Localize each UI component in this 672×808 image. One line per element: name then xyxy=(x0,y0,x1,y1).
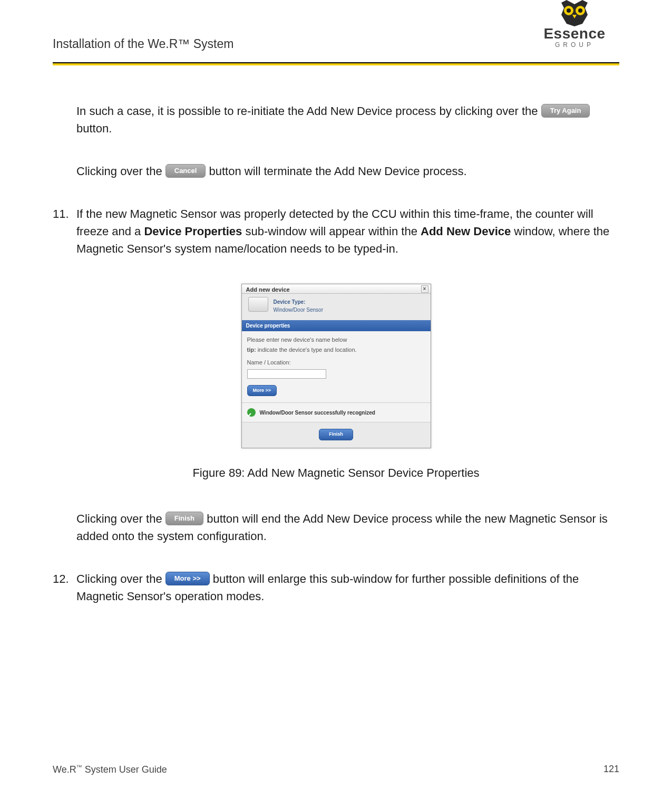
figure-89: Add new device × Device Type: Window/Doo… xyxy=(53,284,619,448)
device-type-value: Window/Door Sensor xyxy=(274,306,425,314)
tip-text: indicate the device's type and location. xyxy=(256,347,357,353)
dialog-body: Please enter new device's name below tip… xyxy=(242,331,431,402)
footer-doc: System User Guide xyxy=(82,764,167,775)
tip-row: tip: indicate the device's type and loca… xyxy=(247,345,425,354)
svg-point-2 xyxy=(567,8,571,13)
prompt-text: Please enter new device's name below xyxy=(247,335,425,344)
finish-button-inline[interactable]: Finish xyxy=(165,512,203,525)
device-type-label: Device Type: xyxy=(274,298,425,306)
close-icon[interactable]: × xyxy=(421,285,428,293)
owl-icon xyxy=(556,0,593,26)
footer-product: We.R xyxy=(53,764,76,775)
footer-left: We.R™ System User Guide xyxy=(53,764,167,775)
list-item-12: 12. Clicking over the More >> button wil… xyxy=(53,570,619,605)
item-number: 12. xyxy=(53,570,76,605)
name-location-input[interactable] xyxy=(247,369,326,379)
more-button[interactable]: More >> xyxy=(247,385,277,397)
item-number: 11. xyxy=(53,205,76,257)
text: sub-window will appear within the xyxy=(242,225,421,238)
text: Clicking over the xyxy=(76,572,165,585)
text: In such a case, it is possible to re-ini… xyxy=(76,104,541,118)
page-header: Installation of the We.R™ System Essence… xyxy=(0,0,672,58)
success-text: Window/Door Sensor successfully recogniz… xyxy=(260,409,375,417)
dialog-title: Add new device xyxy=(246,286,290,293)
check-icon xyxy=(247,408,256,417)
tip-label: tip: xyxy=(247,347,256,353)
logo-text: Essence xyxy=(530,25,619,42)
list-item-11: 11. If the new Magnetic Sensor was prope… xyxy=(53,205,619,257)
tm-symbol: ™ xyxy=(76,764,82,770)
page-number: 121 xyxy=(603,764,619,775)
bold-text: Device Properties xyxy=(144,225,242,238)
bold-text: Add New Device xyxy=(421,225,511,238)
add-new-device-dialog: Add new device × Device Type: Window/Doo… xyxy=(241,284,431,448)
item-body: If the new Magnetic Sensor was properly … xyxy=(76,205,619,257)
brand-logo: Essence GROUP xyxy=(530,0,619,49)
cancel-button[interactable]: Cancel xyxy=(165,164,206,178)
paragraph-try-again: In such a case, it is possible to re-ini… xyxy=(76,102,619,137)
page-footer: We.R™ System User Guide 121 xyxy=(53,764,619,775)
try-again-button[interactable]: Try Again xyxy=(541,104,590,118)
text: Clicking over the xyxy=(76,512,165,525)
success-row: Window/Door Sensor successfully recogniz… xyxy=(242,402,431,422)
more-row: More >> xyxy=(247,385,425,397)
item-body: Clicking over the More >> button will en… xyxy=(76,570,619,605)
device-type-row: Device Type: Window/Door Sensor xyxy=(242,294,431,320)
figure-caption: Figure 89: Add New Magnetic Sensor Devic… xyxy=(53,464,619,482)
text: button. xyxy=(76,122,112,135)
text: Clicking over the xyxy=(76,165,165,178)
sensor-icon xyxy=(248,297,268,312)
logo-subtext: GROUP xyxy=(530,41,619,49)
paragraph-cancel: Clicking over the Cancel button will ter… xyxy=(76,162,619,180)
dialog-titlebar: Add new device × xyxy=(242,284,431,294)
dialog-footer: Finish xyxy=(242,422,431,448)
device-properties-bar: Device properties xyxy=(242,320,431,331)
finish-button[interactable]: Finish xyxy=(319,429,353,440)
text: button will terminate the Add New Device… xyxy=(209,165,467,178)
name-label: Name / Location: xyxy=(247,358,425,367)
paragraph-finish: Clicking over the Finish button will end… xyxy=(76,510,619,545)
page-content: In such a case, it is possible to re-ini… xyxy=(0,65,672,605)
svg-point-3 xyxy=(578,8,582,13)
more-button-inline[interactable]: More >> xyxy=(165,572,210,585)
